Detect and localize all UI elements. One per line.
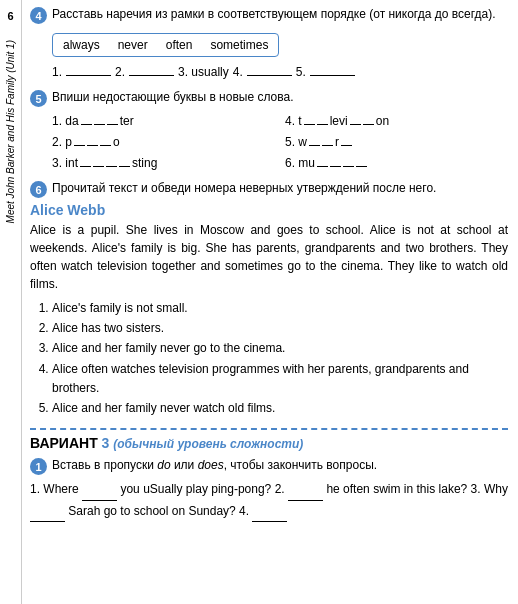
task5-item-1: 1. da ter — [52, 111, 275, 128]
statement-4: Alice often watches television programme… — [52, 360, 508, 398]
blank-5[interactable] — [310, 62, 355, 76]
task5-item-4: 4. t levi on — [285, 111, 508, 128]
blank-4[interactable] — [247, 62, 292, 76]
task6-instruction: Прочитай текст и обведи номера неверных … — [52, 180, 436, 197]
blank-v2[interactable] — [288, 487, 323, 501]
text-title: Alice Webb — [30, 202, 508, 218]
task5-item-6: 6. mu — [285, 153, 508, 170]
blank-v4[interactable] — [252, 508, 287, 522]
task4-block: 4 Расставь наречия из рамки в соответств… — [30, 6, 508, 79]
statement-2: Alice has two sisters. — [52, 319, 508, 338]
variant-task1-instruction: Вставь в пропуски do или does, чтобы зак… — [52, 457, 377, 474]
page-number: 6 — [7, 10, 13, 22]
page-container: 6 Meet John Barker and His Family (Unit … — [0, 0, 518, 604]
main-content: 4 Расставь наречия из рамки в соответств… — [22, 0, 518, 604]
word-never: never — [118, 38, 148, 52]
task4-fill-line: 1. 2. 3. usually 4. 5. — [52, 62, 508, 79]
variant-task1-sentences: 1. Where you uSually play ping-pong? 2. … — [30, 479, 508, 522]
statement-3: Alice and her family never go to the cin… — [52, 339, 508, 358]
word-often: often — [166, 38, 193, 52]
task4-header: 4 Расставь наречия из рамки в соответств… — [30, 6, 508, 24]
task5-instruction: Впиши недостающие буквы в новые слова. — [52, 89, 293, 106]
blank-2[interactable] — [129, 62, 174, 76]
task5-header: 5 Впиши недостающие буквы в новые слова. — [30, 89, 508, 107]
task6-header: 6 Прочитай текст и обведи номера неверны… — [30, 180, 508, 198]
task5-item-2: 2. p o — [52, 132, 275, 149]
word-always: always — [63, 38, 100, 52]
task5-item-5: 5. w r — [285, 132, 508, 149]
task5-block: 5 Впиши недостающие буквы в новые слова.… — [30, 89, 508, 170]
task4-badge: 4 — [30, 7, 47, 24]
task4-word-box: always never often sometimes — [52, 33, 279, 57]
variant-task1-block: 1 Вставь в пропуски do или does, чтобы з… — [30, 457, 508, 522]
task5-grid: 1. da ter 4. t levi on 2. p — [52, 111, 508, 170]
blank-1[interactable] — [66, 62, 111, 76]
variant-header: ВАРИАНТ 3 (обычный уровень сложности) — [30, 428, 508, 451]
task5-badge: 5 — [30, 90, 47, 107]
task4-instruction: Расставь наречия из рамки в соответствую… — [52, 6, 495, 23]
sidebar: 6 Meet John Barker and His Family (Unit … — [0, 0, 22, 604]
blank-v1[interactable] — [82, 487, 117, 501]
variant-title: ВАРИАНТ 3 (обычный уровень сложности) — [30, 435, 508, 451]
task6-badge: 6 — [30, 181, 47, 198]
statement-5: Alice and her family never watch old fil… — [52, 399, 508, 418]
blank-v3[interactable] — [30, 508, 65, 522]
task6-block: 6 Прочитай текст и обведи номера неверны… — [30, 180, 508, 418]
statements-list: Alice's family is not small. Alice has t… — [52, 299, 508, 418]
sidebar-vertical-text: Meet John Barker and His Family (Unit 1) — [4, 40, 17, 223]
text-body: Alice is a pupil. She lives in Moscow an… — [30, 221, 508, 293]
variant-task1-header: 1 Вставь в пропуски do или does, чтобы з… — [30, 457, 508, 475]
task5-item-3: 3. int sting — [52, 153, 275, 170]
statement-1: Alice's family is not small. — [52, 299, 508, 318]
variant-task1-badge: 1 — [30, 458, 47, 475]
word-sometimes: sometimes — [210, 38, 268, 52]
